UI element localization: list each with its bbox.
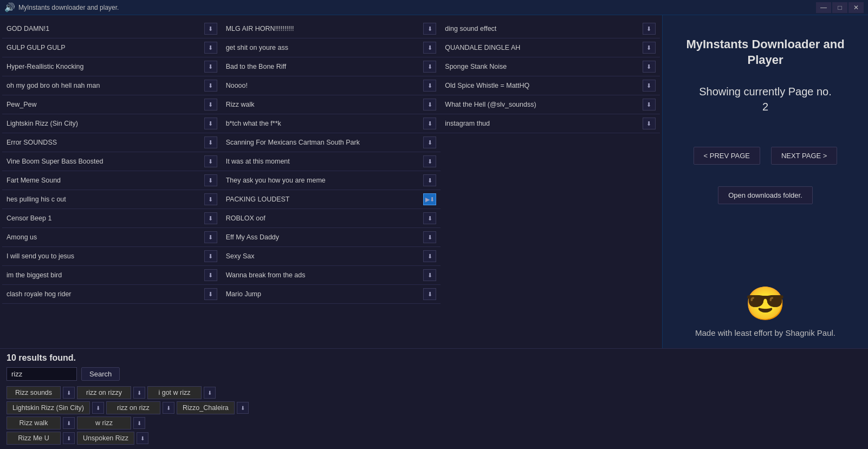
sound-item: They ask you how you are meme⬇: [222, 171, 441, 190]
sound-download-button[interactable]: ⬇: [204, 269, 217, 281]
app-title: MyInstants Downloader and Player: [673, 37, 857, 68]
sound-download-button[interactable]: ⬇: [423, 23, 436, 35]
minimize-button[interactable]: —: [816, 2, 831, 13]
search-result-name: rizz on rizzy: [77, 386, 131, 399]
sound-download-button[interactable]: ⬇: [423, 231, 436, 243]
sound-download-button[interactable]: ⬇: [643, 42, 656, 54]
search-result-download-button[interactable]: ⬇: [133, 417, 145, 429]
sound-download-button[interactable]: ⬇: [204, 288, 217, 300]
open-downloads-button[interactable]: Open downloads folder.: [718, 186, 813, 204]
sound-download-button[interactable]: ⬇: [643, 99, 656, 110]
sound-download-button[interactable]: ⬇: [423, 155, 436, 167]
search-result-item: i got w rizz⬇: [147, 386, 216, 399]
sound-name: It was at this moment: [226, 158, 424, 165]
search-result-download-button[interactable]: ⬇: [63, 432, 75, 444]
sound-download-button[interactable]: ⬇: [204, 118, 217, 129]
sound-download-button[interactable]: ⬇: [204, 212, 217, 224]
title-bar-text: MyInstants downloader and player.: [18, 4, 119, 11]
sound-name: QUANDALE DINGLE AH: [445, 44, 643, 51]
search-result-name: Rizz Me U: [7, 432, 61, 445]
sound-download-button[interactable]: ⬇: [643, 23, 656, 35]
sound-item: PACKING LOUDEST▶⬇: [222, 190, 441, 209]
sound-item: It was at this moment⬇: [222, 152, 441, 171]
search-result-download-button[interactable]: ⬇: [137, 432, 148, 444]
search-result-download-button[interactable]: ⬇: [92, 402, 104, 414]
search-result-download-button[interactable]: ⬇: [63, 387, 75, 399]
emoji-section: 😎 Made with least effort by Shagnik Paul…: [695, 274, 835, 337]
sound-download-button[interactable]: ⬇: [204, 193, 217, 205]
sound-item: Old Spice Whistle = MattHQ⬇: [441, 76, 660, 95]
sound-item: QUANDALE DINGLE AH⬇: [441, 38, 660, 57]
sound-download-button[interactable]: ⬇: [423, 174, 436, 186]
sound-download-button[interactable]: ▶⬇: [423, 193, 436, 205]
sound-download-button[interactable]: ⬇: [643, 118, 656, 129]
sound-column-1: GOD DAMN!1⬇GULP GULP GULP⬇Hyper-Reallist…: [2, 19, 222, 344]
close-button[interactable]: ✕: [848, 2, 864, 13]
sound-name: Mario Jump: [226, 290, 424, 298]
sound-name: im the biggest bird: [7, 271, 204, 279]
sound-download-button[interactable]: ⬇: [423, 42, 436, 54]
sound-item: ROBLOX oof⬇: [222, 209, 441, 228]
search-button[interactable]: Search: [81, 367, 120, 381]
next-page-button[interactable]: NEXT PAGE >: [771, 147, 837, 165]
sound-download-button[interactable]: ⬇: [204, 174, 217, 186]
search-result-item: rizz on rizz⬇: [106, 401, 174, 414]
title-bar: 🔊 MyInstants downloader and player. — □ …: [0, 0, 868, 15]
search-result-download-button[interactable]: ⬇: [237, 402, 249, 414]
nav-buttons: < PREV PAGE NEXT PAGE >: [694, 147, 838, 165]
sound-download-button[interactable]: ⬇: [423, 136, 436, 148]
credit-text: Made with least effort by Shagnik Paul.: [695, 328, 835, 337]
sound-name: GOD DAMN!1: [7, 25, 204, 32]
sound-item: ding sound effect⬇: [441, 19, 660, 38]
sound-download-button[interactable]: ⬇: [204, 61, 217, 73]
sound-item: MLG AIR HORN!!!!!!!!!!⬇: [222, 19, 441, 38]
search-result-download-button[interactable]: ⬇: [204, 387, 216, 399]
sound-item: Bad to the Bone Riff⬇: [222, 57, 441, 76]
sound-download-button[interactable]: ⬇: [204, 231, 217, 243]
sound-download-button[interactable]: ⬇: [204, 42, 217, 54]
search-result-name: Rizz sounds: [7, 386, 61, 399]
search-result-download-button[interactable]: ⬇: [63, 417, 75, 429]
sound-download-button[interactable]: ⬇: [204, 80, 217, 92]
sound-name: Wanna break from the ads: [226, 271, 424, 279]
sound-download-button[interactable]: ⬇: [423, 250, 436, 262]
search-result-name: w rizz: [77, 417, 131, 430]
sound-download-button[interactable]: ⬇: [643, 61, 656, 73]
sound-item: Wanna break from the ads⬇: [222, 266, 441, 285]
sound-download-button[interactable]: ⬇: [204, 23, 217, 35]
search-result-name: Rizz walk: [7, 417, 61, 430]
prev-page-button[interactable]: < PREV PAGE: [694, 147, 760, 165]
sound-download-button[interactable]: ⬇: [204, 250, 217, 262]
sound-download-button[interactable]: ⬇: [204, 99, 217, 110]
sound-name: clash royale hog rider: [7, 290, 204, 298]
search-input[interactable]: [7, 367, 77, 381]
sound-item: clash royale hog rider⬇: [2, 285, 222, 304]
sound-download-button[interactable]: ⬇: [423, 118, 436, 129]
sound-name: Error SOUNDSS: [7, 139, 204, 146]
search-result-item: Rizz Me U⬇: [7, 432, 75, 445]
maximize-button[interactable]: □: [832, 2, 847, 13]
sound-name: hes pulling his c out: [7, 196, 204, 203]
search-result-download-button[interactable]: ⬇: [133, 387, 145, 399]
sound-download-button[interactable]: ⬇: [204, 155, 217, 167]
sound-item: Eff My Ass Daddy⬇: [222, 228, 441, 247]
window-controls: — □ ✕: [816, 2, 864, 13]
sound-download-button[interactable]: ⬇: [423, 80, 436, 92]
search-result-row: Rizz sounds⬇rizz on rizzy⬇i got w rizz⬇: [7, 386, 861, 399]
sound-download-button[interactable]: ⬇: [643, 80, 656, 92]
search-result-download-button[interactable]: ⬇: [163, 402, 174, 414]
search-result-row: Lightskin Rizz (Sin City)⬇rizz on rizz⬇R…: [7, 401, 861, 414]
search-result-item: Rizz walk⬇: [7, 417, 75, 430]
emoji-icon: 😎: [745, 284, 786, 323]
sound-download-button[interactable]: ⬇: [423, 269, 436, 281]
sound-download-button[interactable]: ⬇: [423, 99, 436, 110]
sound-download-button[interactable]: ⬇: [423, 212, 436, 224]
sound-download-button[interactable]: ⬇: [423, 288, 436, 300]
sound-download-button[interactable]: ⬇: [423, 61, 436, 73]
sound-name: ROBLOX oof: [226, 214, 424, 222]
sound-name: They ask you how you are meme: [226, 177, 424, 184]
sound-name: MLG AIR HORN!!!!!!!!!!: [226, 25, 424, 32]
sound-name: Eff My Ass Daddy: [226, 233, 424, 241]
sound-download-button[interactable]: ⬇: [204, 136, 217, 148]
search-row: Search: [7, 367, 861, 381]
